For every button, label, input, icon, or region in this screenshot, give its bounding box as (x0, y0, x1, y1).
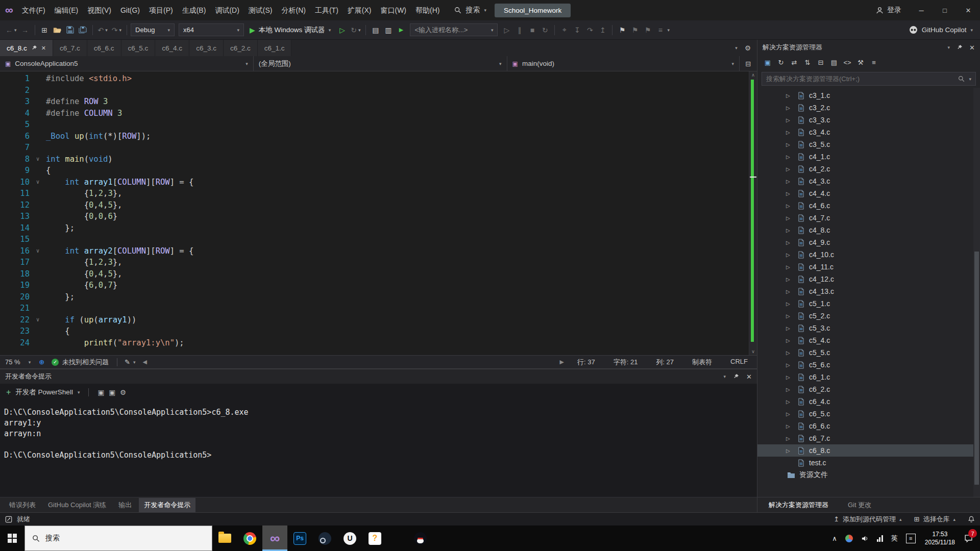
chevron-right-icon[interactable]: ▷ (786, 179, 797, 184)
chevron-right-icon[interactable]: ▷ (786, 154, 797, 160)
explorer-pin-icon[interactable] (957, 44, 963, 51)
collapse-all-icon[interactable]: ⊟ (815, 57, 827, 68)
minimize-button[interactable]: ─ (910, 0, 933, 20)
code-line-9[interactable]: 9{ (0, 165, 749, 177)
chevron-right-icon[interactable]: ▷ (786, 313, 797, 319)
refresh-icon[interactable]: ⇅ (801, 57, 814, 68)
navigate-back-icon[interactable]: ←▾ (4, 23, 18, 37)
menu-item-5[interactable]: 生成(B) (178, 0, 211, 20)
menu-item-6[interactable]: 调试(D) (210, 0, 243, 20)
tree-item-c5_4.c[interactable]: ▷c5_4.c (757, 334, 980, 346)
stop-icon[interactable]: ■ (526, 23, 538, 37)
tree-item-c3_3.c[interactable]: ▷c3_3.c (757, 114, 980, 126)
chevron-right-icon[interactable]: ▷ (786, 215, 797, 221)
editor-tab-c6_1.c[interactable]: c6_1.c (258, 40, 292, 56)
scrollbar-thumb[interactable] (974, 252, 979, 485)
code-line-13[interactable]: 13 {0,0,6} (0, 211, 749, 222)
step-over-icon[interactable]: ↷ (584, 23, 596, 37)
action-center-button[interactable]: 7 (960, 525, 980, 551)
scroll-down-icon[interactable]: ∨ (749, 349, 757, 354)
menu-item-12[interactable]: 帮助(H) (411, 0, 444, 20)
tree-item-c6_1.c[interactable]: ▷c6_1.c (757, 371, 980, 383)
code-line-12[interactable]: 12 {0,4,5}, (0, 199, 749, 211)
editor-horizontal-scrollbar[interactable]: ◀ ▶ (139, 359, 568, 365)
chevron-right-icon[interactable]: ▷ (786, 105, 797, 111)
code-line-18[interactable]: 18 {0,4,5}, (0, 268, 749, 280)
chevron-right-icon[interactable]: ▷ (786, 117, 797, 123)
select-repository-button[interactable]: ⊞ 选择仓库 ▴ (914, 515, 955, 524)
pin-icon[interactable] (31, 45, 37, 51)
chevron-right-icon[interactable]: ▷ (786, 448, 797, 454)
menu-item-2[interactable]: 视图(V) (83, 0, 116, 20)
code-lines[interactable]: 1#include <stdio.h>23#define ROW 34#defi… (0, 71, 749, 355)
close-icon[interactable]: ✕ (41, 45, 46, 52)
code-line-15[interactable]: 15 (0, 234, 749, 245)
chevron-right-icon[interactable]: ▷ (786, 399, 797, 405)
code-line-10[interactable]: 10∨ int array1[COLUMN][ROW] = { (0, 177, 749, 188)
background-tasks-icon[interactable] (5, 516, 12, 523)
start-debugging-button[interactable]: ▶ 本地 Windows 调试器 ▾ (245, 23, 335, 37)
maximize-button[interactable]: □ (933, 0, 957, 20)
editor-tab-c6_8.c[interactable]: c6_8.c✕ (0, 40, 53, 56)
tree-item-c4_10.c[interactable]: ▷c4_10.c (757, 248, 980, 261)
wrench-icon[interactable]: ⚒ (854, 57, 867, 68)
split-view-icon[interactable]: ▥ (382, 23, 394, 37)
code-line-19[interactable]: 19 {6,0,7} (0, 280, 749, 291)
editor-tab-c6_6.c[interactable]: c6_6.c (87, 40, 121, 56)
break-all-icon[interactable]: ∥ (513, 23, 525, 37)
preview-icon[interactable]: ≡ (868, 57, 880, 68)
step-into-icon[interactable]: ↧ (571, 23, 583, 37)
menu-item-8[interactable]: 分析(N) (277, 0, 310, 20)
new-terminal-icon[interactable]: + (6, 388, 11, 397)
menu-item-9[interactable]: 工具(T) (310, 0, 343, 20)
scroll-up-icon[interactable]: ∧ (749, 72, 757, 78)
title-search-button[interactable]: 搜索 ▾ (454, 6, 486, 15)
bookmark-list-icon[interactable]: ≡ (654, 23, 666, 37)
new-project-icon[interactable]: ⊞ (39, 23, 51, 37)
code-line-23[interactable]: 23 { (0, 325, 749, 337)
show-next-statement-icon[interactable]: ⌖ (558, 23, 570, 37)
tree-item-c3_5.c[interactable]: ▷c3_5.c (757, 138, 980, 151)
chevron-right-icon[interactable]: ▷ (786, 362, 797, 368)
chevron-right-icon[interactable]: ▷ (786, 338, 797, 343)
menu-item-3[interactable]: Git(G) (116, 0, 144, 20)
next-bookmark-icon[interactable]: ⚑ (642, 23, 653, 37)
chevron-right-icon[interactable]: ▷ (786, 191, 797, 196)
menu-item-11[interactable]: 窗口(W) (376, 0, 411, 20)
code-line-1[interactable]: 1#include <stdio.h> (0, 73, 749, 85)
tree-item-c5_1.c[interactable]: ▷c5_1.c (757, 297, 980, 310)
configuration-dropdown[interactable]: Debug▾ (131, 23, 175, 36)
volume-icon[interactable] (857, 525, 873, 551)
tree-item-资源文件[interactable]: 资源文件 (757, 469, 980, 481)
taskbar-search-box[interactable]: 搜索 (24, 525, 212, 551)
tree-item-test.c[interactable]: test.c (757, 457, 980, 469)
tree-item-c5_6.c[interactable]: ▷c5_6.c (757, 359, 980, 371)
document-health-indicator[interactable]: ✓ 未找到相关问题 (47, 358, 113, 367)
code-line-21[interactable]: 21 (0, 303, 749, 314)
solution-name-badge[interactable]: School_Homework (495, 4, 571, 17)
chevron-right-icon[interactable]: ▷ (786, 166, 797, 172)
tree-item-c5_2.c[interactable]: ▷c5_2.c (757, 310, 980, 322)
zoom-dropdown[interactable]: 75 % ▾ (0, 358, 36, 366)
tree-item-c4_6.c[interactable]: ▷c4_6.c (757, 199, 980, 212)
terminal-settings-icon[interactable]: ⚙ (120, 388, 126, 396)
unreal-engine-icon[interactable]: U (337, 525, 362, 551)
tree-item-c4_3.c[interactable]: ▷c4_3.c (757, 175, 980, 187)
chevron-right-icon[interactable]: ▷ (786, 301, 797, 307)
explorer-search-input[interactable] (766, 75, 954, 83)
network-icon[interactable] (873, 525, 887, 551)
member-dropdown[interactable]: ▣ main(void) ▾ (507, 56, 740, 71)
chevron-right-icon[interactable]: ▷ (786, 387, 797, 392)
properties-icon[interactable]: ▤ (828, 57, 840, 68)
code-line-8[interactable]: 8∨int main(void) (0, 154, 749, 165)
chevron-right-icon[interactable]: ▷ (786, 325, 797, 331)
caret-down-icon[interactable]: ▾ (969, 77, 971, 82)
chevron-right-icon[interactable]: ▷ (786, 203, 797, 209)
steam-icon[interactable] (312, 525, 337, 551)
profiler-icon[interactable]: ▤ (370, 23, 381, 37)
menu-item-4[interactable]: 项目(P) (144, 0, 178, 20)
chevron-right-icon[interactable]: ▷ (786, 240, 797, 245)
editor-tab-c6_5.c[interactable]: c6_5.c (121, 40, 156, 56)
editor-tab-c6_3.c[interactable]: c6_3.c (189, 40, 224, 56)
tree-item-c3_2.c[interactable]: ▷c3_2.c (757, 102, 980, 114)
